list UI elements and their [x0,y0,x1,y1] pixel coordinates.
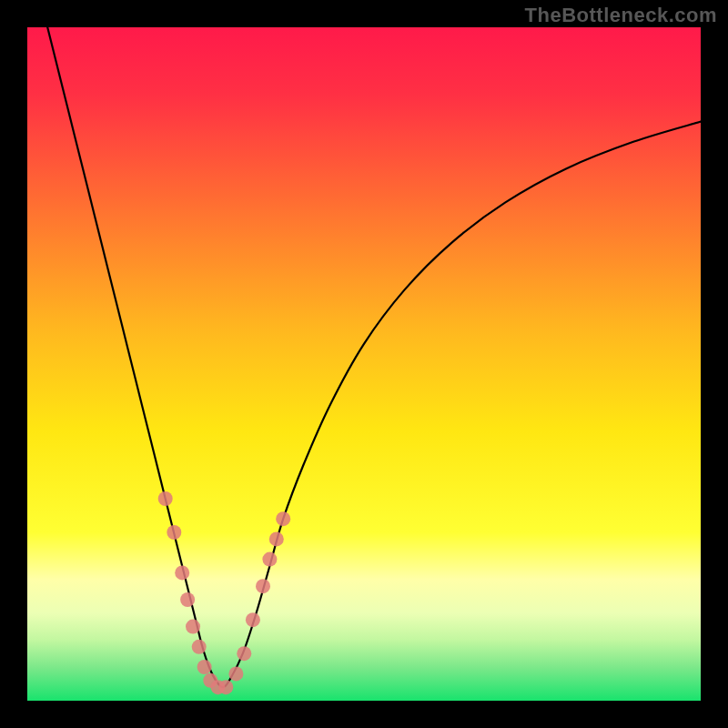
scatter-point [180,592,195,607]
gradient-background [27,27,701,701]
chart-frame: TheBottleneck.com [0,0,728,728]
scatter-point [218,680,233,694]
plot-area [27,27,701,701]
scatter-point [197,660,212,674]
chart-svg [27,27,701,701]
scatter-point [192,640,207,654]
scatter-point [276,511,290,526]
scatter-point [256,579,270,593]
watermark-text: TheBottleneck.com [525,4,717,27]
scatter-point [237,646,251,661]
scatter-point [158,491,173,506]
scatter-point [262,552,277,567]
scatter-point [175,565,189,580]
scatter-point [228,666,243,681]
scatter-point [269,531,284,546]
scatter-point [167,525,181,540]
scatter-point [246,612,260,627]
scatter-point [186,620,200,634]
